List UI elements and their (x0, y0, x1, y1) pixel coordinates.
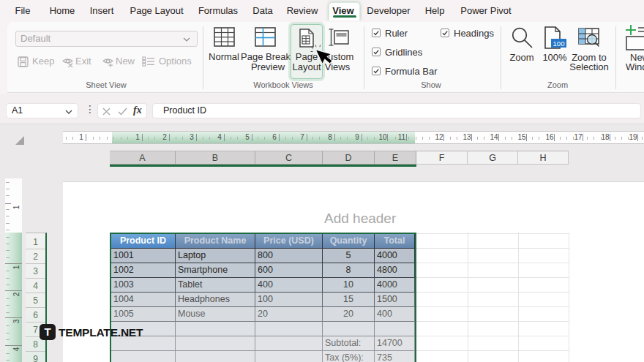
svg-text:100: 100 (553, 39, 565, 48)
